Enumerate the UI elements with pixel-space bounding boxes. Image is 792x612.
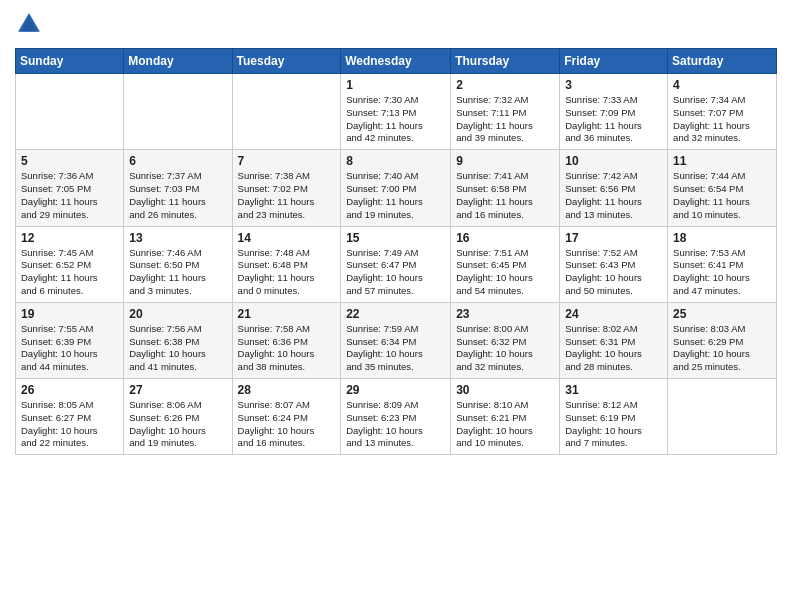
weekday-header-thursday: Thursday xyxy=(451,49,560,74)
weekday-header-row: SundayMondayTuesdayWednesdayThursdayFrid… xyxy=(16,49,777,74)
day-number: 12 xyxy=(21,231,118,245)
day-info: Sunrise: 7:59 AM Sunset: 6:34 PM Dayligh… xyxy=(346,323,445,374)
day-number: 16 xyxy=(456,231,554,245)
calendar-cell: 11Sunrise: 7:44 AM Sunset: 6:54 PM Dayli… xyxy=(668,150,777,226)
calendar-cell: 19Sunrise: 7:55 AM Sunset: 6:39 PM Dayli… xyxy=(16,302,124,378)
day-number: 30 xyxy=(456,383,554,397)
day-number: 5 xyxy=(21,154,118,168)
day-info: Sunrise: 7:32 AM Sunset: 7:11 PM Dayligh… xyxy=(456,94,554,145)
day-info: Sunrise: 7:40 AM Sunset: 7:00 PM Dayligh… xyxy=(346,170,445,221)
weekday-header-monday: Monday xyxy=(124,49,232,74)
calendar-cell: 2Sunrise: 7:32 AM Sunset: 7:11 PM Daylig… xyxy=(451,74,560,150)
day-info: Sunrise: 8:05 AM Sunset: 6:27 PM Dayligh… xyxy=(21,399,118,450)
day-info: Sunrise: 7:33 AM Sunset: 7:09 PM Dayligh… xyxy=(565,94,662,145)
calendar-cell: 29Sunrise: 8:09 AM Sunset: 6:23 PM Dayli… xyxy=(341,379,451,455)
calendar-cell: 31Sunrise: 8:12 AM Sunset: 6:19 PM Dayli… xyxy=(560,379,668,455)
calendar-cell: 3Sunrise: 7:33 AM Sunset: 7:09 PM Daylig… xyxy=(560,74,668,150)
day-info: Sunrise: 7:53 AM Sunset: 6:41 PM Dayligh… xyxy=(673,247,771,298)
day-number: 10 xyxy=(565,154,662,168)
day-number: 7 xyxy=(238,154,336,168)
day-info: Sunrise: 7:38 AM Sunset: 7:02 PM Dayligh… xyxy=(238,170,336,221)
day-number: 4 xyxy=(673,78,771,92)
logo xyxy=(15,10,47,38)
day-number: 17 xyxy=(565,231,662,245)
day-info: Sunrise: 7:49 AM Sunset: 6:47 PM Dayligh… xyxy=(346,247,445,298)
calendar-cell: 21Sunrise: 7:58 AM Sunset: 6:36 PM Dayli… xyxy=(232,302,341,378)
calendar-cell xyxy=(124,74,232,150)
day-info: Sunrise: 7:48 AM Sunset: 6:48 PM Dayligh… xyxy=(238,247,336,298)
calendar-cell: 12Sunrise: 7:45 AM Sunset: 6:52 PM Dayli… xyxy=(16,226,124,302)
day-number: 25 xyxy=(673,307,771,321)
day-number: 27 xyxy=(129,383,226,397)
calendar-cell: 17Sunrise: 7:52 AM Sunset: 6:43 PM Dayli… xyxy=(560,226,668,302)
day-number: 23 xyxy=(456,307,554,321)
calendar-cell: 22Sunrise: 7:59 AM Sunset: 6:34 PM Dayli… xyxy=(341,302,451,378)
day-info: Sunrise: 8:12 AM Sunset: 6:19 PM Dayligh… xyxy=(565,399,662,450)
calendar-cell: 13Sunrise: 7:46 AM Sunset: 6:50 PM Dayli… xyxy=(124,226,232,302)
page-header xyxy=(15,10,777,38)
day-number: 13 xyxy=(129,231,226,245)
day-number: 29 xyxy=(346,383,445,397)
calendar-cell xyxy=(16,74,124,150)
calendar-week-row: 5Sunrise: 7:36 AM Sunset: 7:05 PM Daylig… xyxy=(16,150,777,226)
day-info: Sunrise: 8:03 AM Sunset: 6:29 PM Dayligh… xyxy=(673,323,771,374)
day-number: 18 xyxy=(673,231,771,245)
day-number: 9 xyxy=(456,154,554,168)
calendar-cell: 18Sunrise: 7:53 AM Sunset: 6:41 PM Dayli… xyxy=(668,226,777,302)
calendar-cell: 9Sunrise: 7:41 AM Sunset: 6:58 PM Daylig… xyxy=(451,150,560,226)
day-number: 8 xyxy=(346,154,445,168)
day-info: Sunrise: 7:46 AM Sunset: 6:50 PM Dayligh… xyxy=(129,247,226,298)
day-info: Sunrise: 8:10 AM Sunset: 6:21 PM Dayligh… xyxy=(456,399,554,450)
day-info: Sunrise: 7:55 AM Sunset: 6:39 PM Dayligh… xyxy=(21,323,118,374)
day-number: 15 xyxy=(346,231,445,245)
day-number: 21 xyxy=(238,307,336,321)
calendar-week-row: 12Sunrise: 7:45 AM Sunset: 6:52 PM Dayli… xyxy=(16,226,777,302)
calendar-page: SundayMondayTuesdayWednesdayThursdayFrid… xyxy=(0,0,792,470)
day-number: 24 xyxy=(565,307,662,321)
day-number: 6 xyxy=(129,154,226,168)
day-info: Sunrise: 7:56 AM Sunset: 6:38 PM Dayligh… xyxy=(129,323,226,374)
day-info: Sunrise: 7:51 AM Sunset: 6:45 PM Dayligh… xyxy=(456,247,554,298)
calendar-cell: 28Sunrise: 8:07 AM Sunset: 6:24 PM Dayli… xyxy=(232,379,341,455)
day-number: 19 xyxy=(21,307,118,321)
day-info: Sunrise: 8:07 AM Sunset: 6:24 PM Dayligh… xyxy=(238,399,336,450)
day-number: 28 xyxy=(238,383,336,397)
calendar-cell: 6Sunrise: 7:37 AM Sunset: 7:03 PM Daylig… xyxy=(124,150,232,226)
calendar-cell: 8Sunrise: 7:40 AM Sunset: 7:00 PM Daylig… xyxy=(341,150,451,226)
calendar-cell: 30Sunrise: 8:10 AM Sunset: 6:21 PM Dayli… xyxy=(451,379,560,455)
calendar-cell: 5Sunrise: 7:36 AM Sunset: 7:05 PM Daylig… xyxy=(16,150,124,226)
logo-icon xyxy=(15,10,43,38)
calendar-cell: 26Sunrise: 8:05 AM Sunset: 6:27 PM Dayli… xyxy=(16,379,124,455)
calendar-cell: 23Sunrise: 8:00 AM Sunset: 6:32 PM Dayli… xyxy=(451,302,560,378)
calendar-cell xyxy=(668,379,777,455)
weekday-header-saturday: Saturday xyxy=(668,49,777,74)
calendar-cell: 16Sunrise: 7:51 AM Sunset: 6:45 PM Dayli… xyxy=(451,226,560,302)
day-info: Sunrise: 8:02 AM Sunset: 6:31 PM Dayligh… xyxy=(565,323,662,374)
calendar-cell xyxy=(232,74,341,150)
day-info: Sunrise: 7:42 AM Sunset: 6:56 PM Dayligh… xyxy=(565,170,662,221)
calendar-cell: 7Sunrise: 7:38 AM Sunset: 7:02 PM Daylig… xyxy=(232,150,341,226)
calendar-cell: 10Sunrise: 7:42 AM Sunset: 6:56 PM Dayli… xyxy=(560,150,668,226)
day-info: Sunrise: 7:52 AM Sunset: 6:43 PM Dayligh… xyxy=(565,247,662,298)
calendar-week-row: 1Sunrise: 7:30 AM Sunset: 7:13 PM Daylig… xyxy=(16,74,777,150)
day-info: Sunrise: 8:09 AM Sunset: 6:23 PM Dayligh… xyxy=(346,399,445,450)
day-info: Sunrise: 7:45 AM Sunset: 6:52 PM Dayligh… xyxy=(21,247,118,298)
day-info: Sunrise: 8:00 AM Sunset: 6:32 PM Dayligh… xyxy=(456,323,554,374)
calendar-week-row: 26Sunrise: 8:05 AM Sunset: 6:27 PM Dayli… xyxy=(16,379,777,455)
weekday-header-wednesday: Wednesday xyxy=(341,49,451,74)
calendar-cell: 24Sunrise: 8:02 AM Sunset: 6:31 PM Dayli… xyxy=(560,302,668,378)
calendar-cell: 20Sunrise: 7:56 AM Sunset: 6:38 PM Dayli… xyxy=(124,302,232,378)
day-info: Sunrise: 7:34 AM Sunset: 7:07 PM Dayligh… xyxy=(673,94,771,145)
day-info: Sunrise: 7:30 AM Sunset: 7:13 PM Dayligh… xyxy=(346,94,445,145)
calendar-cell: 14Sunrise: 7:48 AM Sunset: 6:48 PM Dayli… xyxy=(232,226,341,302)
calendar-cell: 1Sunrise: 7:30 AM Sunset: 7:13 PM Daylig… xyxy=(341,74,451,150)
calendar-cell: 25Sunrise: 8:03 AM Sunset: 6:29 PM Dayli… xyxy=(668,302,777,378)
day-info: Sunrise: 7:44 AM Sunset: 6:54 PM Dayligh… xyxy=(673,170,771,221)
day-info: Sunrise: 7:37 AM Sunset: 7:03 PM Dayligh… xyxy=(129,170,226,221)
calendar-cell: 15Sunrise: 7:49 AM Sunset: 6:47 PM Dayli… xyxy=(341,226,451,302)
calendar-cell: 27Sunrise: 8:06 AM Sunset: 6:26 PM Dayli… xyxy=(124,379,232,455)
day-number: 11 xyxy=(673,154,771,168)
day-number: 2 xyxy=(456,78,554,92)
day-number: 26 xyxy=(21,383,118,397)
day-info: Sunrise: 7:36 AM Sunset: 7:05 PM Dayligh… xyxy=(21,170,118,221)
